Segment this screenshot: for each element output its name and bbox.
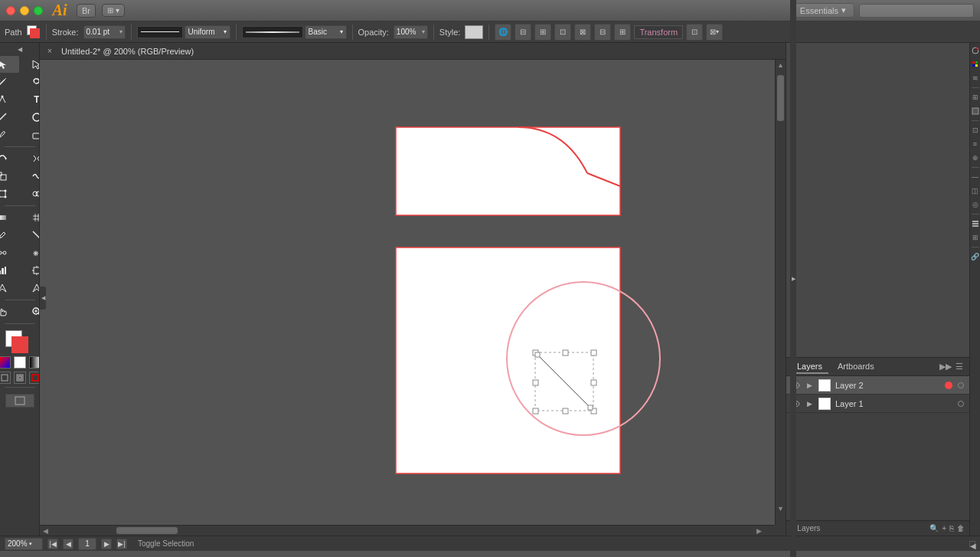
scroll-thumb-v[interactable] [777,75,784,121]
page-number[interactable]: 1 [78,538,96,550]
slice-tool-btn[interactable] [0,280,19,297]
handle-bl[interactable] [533,408,538,414]
nav-first-btn[interactable]: |◀ [47,539,58,549]
ellipse-tool-btn[interactable] [20,109,40,126]
graphic-styles-icon[interactable] [971,106,980,116]
layers-tab[interactable]: Layers [791,360,828,374]
align-btn5[interactable]: ⊟ [594,24,611,41]
scroll-up-btn[interactable]: ▲ [776,60,786,70]
eyedropper-tool-btn[interactable] [0,227,19,244]
align-btn1[interactable]: ⊟ [514,24,531,41]
delete-layer-btn[interactable]: 🗑 [957,524,965,532]
transform-options-btn[interactable]: ⊡ [686,24,703,41]
style-swatch[interactable] [465,25,483,39]
bridge-button[interactable]: Br [77,4,96,18]
handle-ml[interactable] [533,380,538,385]
scroll-thumb-h[interactable] [116,527,178,534]
fill-stroke-swatches[interactable] [5,330,34,355]
search-layers-btn[interactable]: 🔍 [929,524,939,532]
symbols-panel-icon[interactable]: ⊞ [971,93,980,102]
color-mode-btn[interactable] [0,356,11,369]
scroll-right-btn[interactable]: ▶ [753,526,764,536]
handle-tm[interactable] [563,350,568,355]
toolbar-collapse[interactable]: ◀ [18,46,22,53]
align-btn3[interactable]: ⊡ [554,24,571,41]
pencil-tool-btn[interactable] [0,126,19,143]
handle-tr[interactable] [591,350,596,355]
screen-mode-btn[interactable] [5,394,34,408]
layer-2-expand[interactable]: ▶ [805,381,814,390]
draw-inside-btn[interactable] [29,372,41,384]
fullscreen-window-button[interactable] [34,6,43,15]
panel-menu-icon[interactable]: ☰ [954,362,965,372]
rotate-tool-btn[interactable] [0,150,19,167]
stroke-preview[interactable] [137,26,183,38]
nav-next-btn[interactable]: ▶ [101,539,112,549]
transform-panel-icon[interactable]: ⊡ [971,126,980,135]
search-box[interactable] [859,4,974,18]
move-to-layer-btn[interactable]: ⎘ [949,524,954,532]
tab-close-button[interactable]: × [44,46,55,57]
measure-tool-btn[interactable] [20,227,40,244]
stroke-swatch[interactable] [11,336,28,353]
brushes-panel-icon[interactable]: ≋ [971,74,980,83]
essentials-button[interactable]: Essentials ▾ [792,3,854,18]
align-btn6[interactable]: ⊞ [614,24,631,41]
layers-panel-far-icon[interactable] [971,219,980,228]
panel-expand-icon[interactable]: ▶▶ [940,362,951,372]
draw-normal-btn[interactable] [0,372,11,384]
links-panel-icon[interactable]: 🔗 [971,252,980,261]
gradient-tool-btn[interactable] [0,209,19,226]
status-collapse-left[interactable]: ◀ [969,541,975,547]
profile-select[interactable]: Basic ▾ [305,25,347,39]
scroll-down-btn[interactable]: ▼ [776,503,786,514]
transform-button[interactable]: Transform [634,25,683,39]
gradient-btn[interactable] [29,356,41,369]
reflect-tool-btn[interactable] [20,150,40,167]
free-transform-btn[interactable] [0,185,19,202]
type-tool-btn[interactable]: T [20,91,40,108]
handle-bm[interactable] [563,408,568,414]
artboards-far-icon[interactable]: ⊞ [971,233,980,242]
gradient-panel-icon[interactable]: ◫ [971,186,980,195]
stroke-panel-icon[interactable]: — [971,172,980,182]
artboards-tab[interactable]: Artboards [831,360,880,374]
stroke-input[interactable]: 0.01 pt ▾ [83,25,126,39]
close-window-button[interactable] [6,6,15,15]
align-btn4[interactable]: ⊠ [574,24,591,41]
minimize-window-button[interactable] [20,6,29,15]
align-panel-icon[interactable]: ≡ [971,139,980,149]
nav-last-btn[interactable]: ▶| [116,539,127,549]
vertical-scrollbar[interactable]: ▲ ▼ [775,60,786,525]
selection-tool-btn[interactable] [0,56,19,73]
symbol-tool-btn[interactable]: ❋ [20,244,40,261]
layer-1-expand[interactable]: ▶ [805,399,814,408]
nav-prev-btn[interactable]: ◀ [63,539,74,549]
line-tool-btn[interactable] [0,109,19,126]
panel-collapse-strip[interactable]: ▶ [790,0,796,557]
profile-preview[interactable] [242,26,303,38]
warp-tool-btn[interactable] [20,168,40,185]
scroll-left-btn[interactable]: ◀ [40,526,51,536]
anchor-top-left[interactable] [535,352,540,357]
uniform-select[interactable]: Uniform ▾ [185,25,230,39]
none-btn[interactable] [14,356,26,369]
add-layer-btn[interactable]: + [942,524,946,532]
direct-selection-tool-btn[interactable] [20,56,40,73]
color-panel-icon[interactable] [971,46,980,55]
fill-stroke-indicator[interactable] [27,25,41,39]
swatches-panel-icon[interactable] [971,60,980,69]
mesh-tool-btn[interactable] [20,209,40,226]
slice-select-btn[interactable] [20,280,40,297]
zoom-select[interactable]: 200% ▾ [5,538,43,550]
handle-mr[interactable] [591,380,596,385]
align-btn2[interactable]: ⊞ [534,24,551,41]
arrange-btn[interactable]: ⊠▾ [706,24,723,41]
scale-tool-btn[interactable] [0,168,19,185]
zoom-tool-btn[interactable] [20,303,40,320]
pathfinder-icon[interactable]: ⊕ [971,153,980,162]
globe-icon-btn[interactable]: 🌐 [495,24,511,41]
collapse-panel-left[interactable]: ◀ [40,287,46,310]
hand-tool-btn[interactable] [0,303,19,320]
canvas-svg[interactable] [40,60,775,525]
